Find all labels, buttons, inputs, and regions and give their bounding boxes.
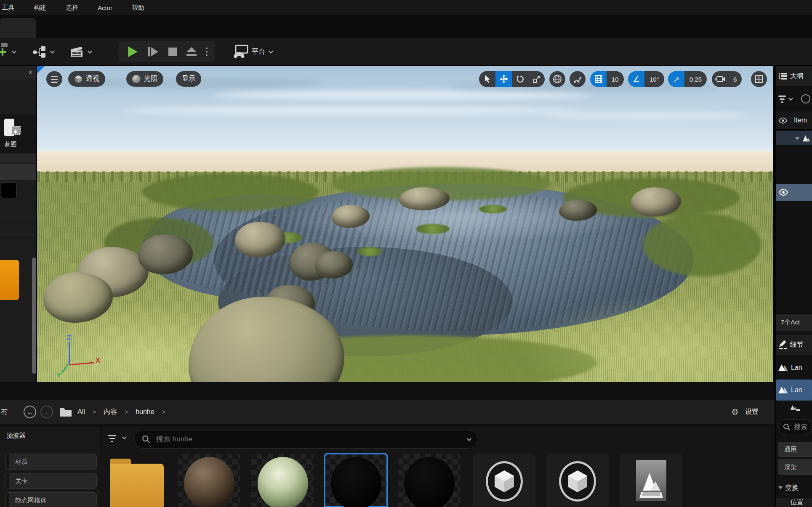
asset-tile-material-green[interactable] bbox=[251, 454, 314, 507]
menu-item-actor[interactable]: Actor bbox=[98, 4, 112, 11]
material-sphere-icon bbox=[404, 457, 455, 507]
details-search-input[interactable]: 搜索 bbox=[778, 419, 812, 435]
component-row[interactable] bbox=[776, 401, 812, 416]
gear-icon[interactable]: ⚙ bbox=[731, 407, 739, 417]
world-space-button[interactable] bbox=[549, 71, 565, 87]
viewport-layout-button[interactable] bbox=[751, 71, 767, 87]
show-button[interactable]: 显示 bbox=[176, 71, 201, 87]
landscape-icon bbox=[778, 364, 788, 372]
visibility-column-icon[interactable] bbox=[778, 117, 788, 124]
asset-tile-mesh[interactable] bbox=[473, 454, 535, 507]
water-plants bbox=[357, 247, 382, 256]
axis-gizmo: Z X Y bbox=[56, 335, 111, 375]
viewport-options-button[interactable] bbox=[46, 71, 62, 87]
settings-button[interactable]: 设置 bbox=[745, 408, 759, 417]
grid-snap-control[interactable]: 10 bbox=[590, 71, 624, 87]
item-column-label[interactable]: Item bbox=[790, 117, 807, 124]
expand-arrow-icon[interactable] bbox=[795, 137, 799, 142]
angle-snap-icon: ∠ bbox=[628, 71, 644, 87]
transform-section-header[interactable]: 变换 bbox=[776, 480, 812, 496]
filter-chip-level[interactable]: 关卡 bbox=[5, 473, 97, 489]
cinematics-button[interactable] bbox=[69, 43, 91, 61]
chevron-down-icon[interactable] bbox=[122, 435, 127, 439]
outliner-tab[interactable]: 大纲 bbox=[776, 66, 812, 86]
platforms-button[interactable]: 平台 bbox=[232, 43, 272, 61]
category-row[interactable] bbox=[0, 154, 36, 163]
category-blueprint-tile[interactable]: 蓝图 bbox=[0, 114, 36, 153]
surface-snapping-button[interactable] bbox=[570, 71, 586, 87]
breadcrumb-crumb[interactable]: hunhe bbox=[136, 408, 154, 416]
actor-count-label: 7个Act bbox=[781, 319, 800, 326]
content-search-box[interactable] bbox=[134, 430, 478, 449]
location-property-row[interactable]: 位置 bbox=[776, 498, 812, 507]
lit-mode-button[interactable]: 光照 bbox=[126, 71, 163, 87]
outliner-row-selected[interactable] bbox=[776, 184, 812, 201]
scale-snap-control[interactable]: ↗ 0.25 bbox=[668, 71, 707, 87]
scale-tool-button[interactable] bbox=[528, 71, 545, 87]
category-button-general[interactable]: 通用 bbox=[778, 442, 812, 457]
asset-tile-landscape[interactable] bbox=[620, 454, 682, 507]
layout-grid-icon bbox=[755, 75, 763, 83]
select-tool-button[interactable] bbox=[479, 71, 495, 87]
outliner-row-expanded[interactable] bbox=[776, 131, 812, 145]
chevron-down-icon[interactable] bbox=[467, 436, 471, 441]
asset-tile-material-brown[interactable] bbox=[178, 454, 240, 507]
filter-chip-staticmesh[interactable]: 静态网格体 bbox=[5, 492, 97, 507]
filter-icon[interactable] bbox=[108, 435, 116, 442]
left-panel-scrollbar[interactable] bbox=[32, 257, 36, 374]
asset-tile-material-black[interactable] bbox=[325, 454, 387, 507]
material-sphere-icon bbox=[331, 457, 381, 507]
asset-tile-mesh[interactable] bbox=[546, 454, 609, 507]
hamburger-icon bbox=[51, 76, 58, 83]
level-viewport[interactable]: Z X Y 透视 光照 显示 bbox=[37, 66, 773, 382]
menu-item-tools[interactable]: 工具 bbox=[2, 4, 14, 12]
chip-notch bbox=[5, 454, 9, 469]
asset-tile-folder[interactable] bbox=[105, 454, 168, 507]
asset-tile-material-black[interactable] bbox=[398, 454, 461, 507]
back-button[interactable]: ← bbox=[24, 406, 36, 418]
category-row-highlight[interactable] bbox=[0, 164, 36, 180]
breadcrumb-crumb[interactable]: 内容 bbox=[104, 408, 117, 417]
rotate-tool-button[interactable] bbox=[512, 71, 528, 87]
placeable-item-thumbnail[interactable] bbox=[1, 182, 17, 198]
move-tool-button[interactable] bbox=[495, 71, 512, 87]
cloud bbox=[214, 90, 593, 100]
landscape-asset-icon bbox=[636, 460, 666, 501]
details-actor-row[interactable]: Lan bbox=[776, 358, 812, 378]
asset-editor-tab[interactable] bbox=[0, 18, 36, 38]
blueprint-graph-icon bbox=[32, 45, 47, 58]
vegetation bbox=[142, 173, 319, 211]
chevron-down-icon[interactable] bbox=[788, 96, 793, 101]
menu-item-help[interactable]: 帮助 bbox=[132, 4, 144, 12]
breadcrumb-root[interactable]: All bbox=[77, 408, 85, 416]
menu-item-select[interactable]: 选择 bbox=[66, 4, 78, 12]
filter-icon[interactable] bbox=[778, 96, 786, 103]
selected-orange-tile[interactable] bbox=[0, 260, 19, 300]
grid-snap-value: 10 bbox=[607, 71, 624, 87]
water-plants bbox=[416, 224, 450, 234]
blueprints-button[interactable] bbox=[32, 43, 53, 61]
search-icon[interactable] bbox=[801, 94, 810, 104]
details-tab[interactable]: 细节 bbox=[776, 334, 812, 355]
outliner-tab-label: 大纲 bbox=[790, 72, 804, 81]
play-button[interactable] bbox=[127, 45, 138, 58]
stop-button[interactable] bbox=[168, 47, 177, 56]
menu-item-build[interactable]: 构建 bbox=[34, 4, 46, 12]
play-options-button[interactable] bbox=[206, 48, 208, 56]
toolbar-separator bbox=[105, 41, 105, 62]
eye-icon[interactable] bbox=[778, 189, 788, 196]
eject-button[interactable] bbox=[186, 47, 197, 57]
forward-button[interactable]: → bbox=[40, 406, 53, 418]
perspective-button[interactable]: 透视 bbox=[68, 71, 105, 87]
frame-skip-button[interactable] bbox=[147, 46, 159, 57]
camera-speed-control[interactable]: 6 bbox=[712, 71, 742, 87]
filter-chip-material[interactable]: 材质 bbox=[5, 454, 97, 470]
details-actor-row-selected[interactable]: Lan bbox=[776, 380, 812, 401]
rotation-snap-control[interactable]: ∠ 10° bbox=[628, 71, 664, 87]
add-actor-button[interactable]: + bbox=[0, 43, 15, 61]
cloud bbox=[542, 112, 753, 119]
close-icon[interactable]: × bbox=[29, 69, 32, 76]
transform-section-label: 变换 bbox=[785, 483, 799, 492]
content-search-input[interactable] bbox=[155, 435, 462, 444]
category-button-rendering[interactable]: 渲染 bbox=[778, 459, 812, 475]
